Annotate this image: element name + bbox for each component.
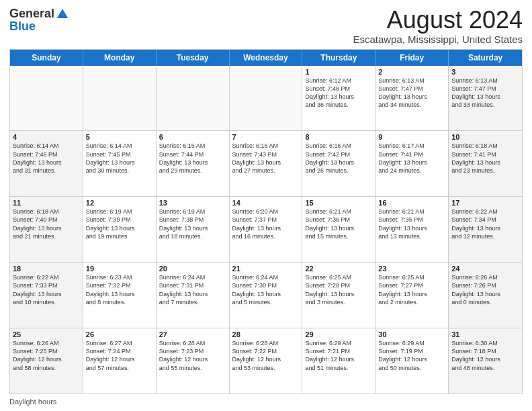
footer-label: Daylight hours [9, 398, 56, 406]
cell-daylight-info: Sunrise: 6:25 AM Sunset: 7:27 PM Dayligh… [378, 273, 445, 306]
day-number: 2 [378, 68, 445, 76]
svg-marker-0 [57, 9, 68, 18]
calendar-cell: 25Sunrise: 6:26 AM Sunset: 7:25 PM Dayli… [10, 328, 83, 394]
day-number: 3 [451, 68, 519, 76]
day-number: 18 [13, 265, 80, 273]
day-number: 19 [86, 265, 153, 273]
header-day-friday: Friday [375, 50, 449, 66]
calendar-cell: 3Sunrise: 6:13 AM Sunset: 7:47 PM Daylig… [449, 66, 522, 131]
logo-general-text: General [9, 7, 54, 21]
calendar-cell: 14Sunrise: 6:20 AM Sunset: 7:37 PM Dayli… [230, 197, 303, 262]
day-number: 28 [232, 330, 300, 338]
calendar-cell: 19Sunrise: 6:23 AM Sunset: 7:32 PM Dayli… [83, 263, 157, 328]
cell-daylight-info: Sunrise: 6:19 AM Sunset: 7:39 PM Dayligh… [86, 208, 153, 240]
calendar-cell [10, 66, 83, 131]
day-number: 6 [159, 133, 226, 141]
day-number: 13 [159, 199, 226, 207]
cell-daylight-info: Sunrise: 6:30 AM Sunset: 7:18 PM Dayligh… [451, 339, 519, 372]
day-number: 7 [232, 133, 300, 141]
calendar-cell: 4Sunrise: 6:14 AM Sunset: 7:46 PM Daylig… [10, 131, 83, 196]
calendar-cell: 7Sunrise: 6:16 AM Sunset: 7:43 PM Daylig… [230, 131, 303, 196]
calendar-cell [83, 66, 157, 131]
cell-daylight-info: Sunrise: 6:21 AM Sunset: 7:35 PM Dayligh… [378, 208, 445, 240]
cell-daylight-info: Sunrise: 6:28 AM Sunset: 7:23 PM Dayligh… [159, 339, 226, 372]
calendar-cell: 22Sunrise: 6:25 AM Sunset: 7:28 PM Dayli… [302, 263, 375, 328]
header-day-thursday: Thursday [302, 50, 375, 66]
calendar-cell: 2Sunrise: 6:13 AM Sunset: 7:47 PM Daylig… [375, 66, 449, 131]
day-number: 8 [305, 133, 372, 141]
day-number: 30 [378, 330, 445, 338]
calendar: SundayMondayTuesdayWednesdayThursdayFrid… [9, 49, 523, 394]
day-number: 22 [305, 265, 372, 273]
header-day-tuesday: Tuesday [157, 50, 230, 66]
day-number: 12 [86, 199, 153, 207]
day-number: 21 [232, 265, 300, 273]
day-number: 5 [86, 133, 153, 141]
cell-daylight-info: Sunrise: 6:22 AM Sunset: 7:34 PM Dayligh… [451, 208, 519, 240]
day-number: 31 [451, 330, 519, 338]
main-title: August 2024 [353, 7, 523, 34]
day-number: 23 [378, 265, 445, 273]
calendar-cell: 9Sunrise: 6:17 AM Sunset: 7:41 PM Daylig… [375, 131, 449, 196]
day-number: 11 [13, 199, 80, 207]
day-number: 26 [86, 330, 153, 338]
header-day-sunday: Sunday [10, 50, 83, 66]
cell-daylight-info: Sunrise: 6:18 AM Sunset: 7:40 PM Dayligh… [13, 208, 80, 240]
day-number: 17 [451, 199, 519, 207]
cell-daylight-info: Sunrise: 6:16 AM Sunset: 7:42 PM Dayligh… [305, 142, 372, 175]
day-number: 14 [232, 199, 300, 207]
calendar-cell: 15Sunrise: 6:21 AM Sunset: 7:36 PM Dayli… [302, 197, 375, 262]
cell-daylight-info: Sunrise: 6:20 AM Sunset: 7:37 PM Dayligh… [232, 208, 300, 240]
cell-daylight-info: Sunrise: 6:24 AM Sunset: 7:31 PM Dayligh… [159, 273, 226, 306]
cell-daylight-info: Sunrise: 6:25 AM Sunset: 7:28 PM Dayligh… [305, 273, 372, 306]
cell-daylight-info: Sunrise: 6:29 AM Sunset: 7:21 PM Dayligh… [305, 339, 372, 372]
logo-blue-text: Blue [9, 19, 36, 34]
page: General Blue August 2024 Escatawpa, Miss… [0, 0, 532, 411]
calendar-cell: 8Sunrise: 6:16 AM Sunset: 7:42 PM Daylig… [302, 131, 375, 196]
calendar-cell: 1Sunrise: 6:12 AM Sunset: 7:48 PM Daylig… [302, 66, 375, 131]
calendar-cell: 31Sunrise: 6:30 AM Sunset: 7:18 PM Dayli… [449, 328, 522, 394]
calendar-row: 1Sunrise: 6:12 AM Sunset: 7:48 PM Daylig… [10, 66, 522, 132]
header-day-wednesday: Wednesday [230, 50, 303, 66]
cell-daylight-info: Sunrise: 6:13 AM Sunset: 7:47 PM Dayligh… [451, 77, 519, 109]
cell-daylight-info: Sunrise: 6:19 AM Sunset: 7:38 PM Dayligh… [159, 208, 226, 240]
logo: General Blue [9, 7, 69, 34]
calendar-cell: 26Sunrise: 6:27 AM Sunset: 7:24 PM Dayli… [83, 328, 157, 394]
day-number: 29 [305, 330, 372, 338]
calendar-cell: 16Sunrise: 6:21 AM Sunset: 7:35 PM Dayli… [375, 197, 449, 262]
calendar-row: 25Sunrise: 6:26 AM Sunset: 7:25 PM Dayli… [10, 328, 522, 394]
cell-daylight-info: Sunrise: 6:18 AM Sunset: 7:41 PM Dayligh… [451, 142, 519, 175]
calendar-cell: 10Sunrise: 6:18 AM Sunset: 7:41 PM Dayli… [449, 131, 522, 196]
cell-daylight-info: Sunrise: 6:15 AM Sunset: 7:44 PM Dayligh… [159, 142, 226, 175]
cell-daylight-info: Sunrise: 6:16 AM Sunset: 7:43 PM Dayligh… [232, 142, 300, 175]
calendar-body: 1Sunrise: 6:12 AM Sunset: 7:48 PM Daylig… [10, 66, 522, 394]
calendar-header: SundayMondayTuesdayWednesdayThursdayFrid… [10, 50, 522, 66]
header: General Blue August 2024 Escatawpa, Miss… [9, 7, 523, 45]
calendar-cell: 30Sunrise: 6:29 AM Sunset: 7:19 PM Dayli… [375, 328, 449, 394]
header-day-monday: Monday [83, 50, 157, 66]
cell-daylight-info: Sunrise: 6:26 AM Sunset: 7:25 PM Dayligh… [13, 339, 80, 372]
day-number: 16 [378, 199, 445, 207]
cell-daylight-info: Sunrise: 6:24 AM Sunset: 7:30 PM Dayligh… [232, 273, 300, 306]
calendar-cell [230, 66, 303, 131]
subtitle: Escatawpa, Mississippi, United States [353, 34, 523, 45]
day-number: 24 [451, 265, 519, 273]
calendar-cell: 6Sunrise: 6:15 AM Sunset: 7:44 PM Daylig… [157, 131, 230, 196]
day-number: 1 [305, 68, 372, 76]
calendar-cell: 5Sunrise: 6:14 AM Sunset: 7:45 PM Daylig… [83, 131, 157, 196]
calendar-row: 18Sunrise: 6:22 AM Sunset: 7:33 PM Dayli… [10, 263, 522, 328]
day-number: 15 [305, 199, 372, 207]
cell-daylight-info: Sunrise: 6:13 AM Sunset: 7:47 PM Dayligh… [378, 77, 445, 109]
day-number: 20 [159, 265, 226, 273]
day-number: 27 [159, 330, 226, 338]
calendar-cell: 21Sunrise: 6:24 AM Sunset: 7:30 PM Dayli… [230, 263, 303, 328]
cell-daylight-info: Sunrise: 6:23 AM Sunset: 7:32 PM Dayligh… [86, 273, 153, 306]
logo-icon [56, 7, 69, 21]
cell-daylight-info: Sunrise: 6:28 AM Sunset: 7:22 PM Dayligh… [232, 339, 300, 372]
cell-daylight-info: Sunrise: 6:29 AM Sunset: 7:19 PM Dayligh… [378, 339, 445, 372]
calendar-cell: 24Sunrise: 6:26 AM Sunset: 7:26 PM Dayli… [449, 263, 522, 328]
cell-daylight-info: Sunrise: 6:21 AM Sunset: 7:36 PM Dayligh… [305, 208, 372, 240]
calendar-cell: 20Sunrise: 6:24 AM Sunset: 7:31 PM Dayli… [157, 263, 230, 328]
calendar-cell: 18Sunrise: 6:22 AM Sunset: 7:33 PM Dayli… [10, 263, 83, 328]
cell-daylight-info: Sunrise: 6:26 AM Sunset: 7:26 PM Dayligh… [451, 273, 519, 306]
